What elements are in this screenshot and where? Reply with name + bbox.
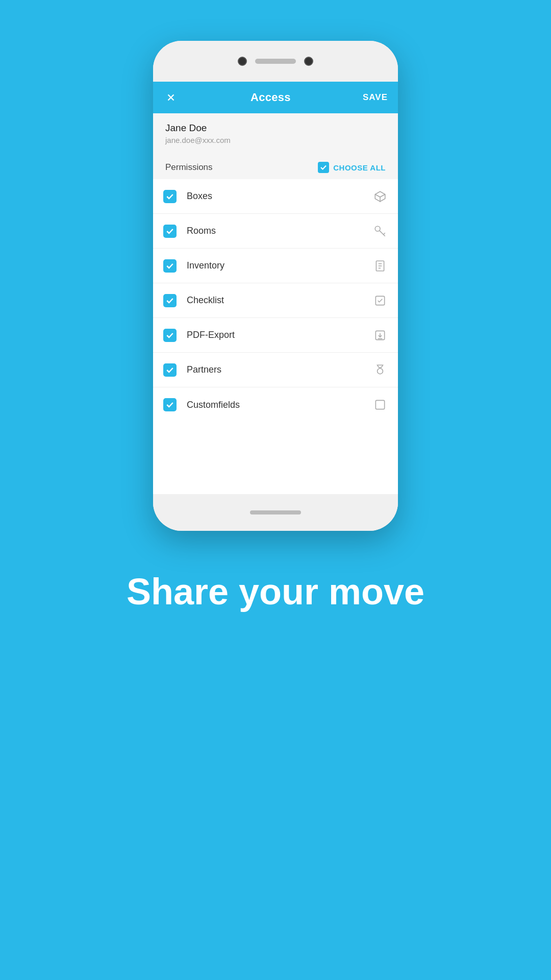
save-button[interactable]: SAVE — [363, 92, 388, 103]
choose-all-label: CHOOSE ALL — [333, 163, 386, 172]
svg-point-14 — [378, 368, 383, 374]
pdf-export-label: PDF-Export — [187, 330, 372, 340]
key-icon — [372, 224, 388, 239]
user-info-section: Jane Doe jane.doe@xxx.com — [153, 113, 398, 154]
list-item: Customfields — [153, 387, 398, 422]
list-icon — [372, 258, 388, 274]
medal-icon — [372, 362, 388, 378]
permissions-list: Boxes — [153, 179, 398, 494]
svg-rect-15 — [375, 400, 384, 409]
list-item: Rooms — [153, 214, 398, 249]
list-item: Boxes — [153, 179, 398, 214]
list-item: Partners — [153, 353, 398, 387]
partners-label: Partners — [187, 364, 372, 375]
permissions-label: Permissions — [165, 162, 213, 173]
user-email: jane.doe@xxx.com — [165, 136, 386, 144]
pdf-export-checkbox[interactable] — [163, 329, 177, 342]
close-button[interactable] — [163, 90, 179, 105]
square-icon — [372, 397, 388, 412]
checklist-icon — [372, 293, 388, 308]
camera-right — [304, 57, 313, 66]
list-item: PDF-Export — [153, 318, 398, 353]
permissions-header: Permissions CHOOSE ALL — [153, 154, 398, 179]
phone-top-bezel — [153, 41, 398, 82]
inventory-checkbox[interactable] — [163, 259, 177, 273]
list-item: Checklist — [153, 283, 398, 318]
phone-speaker — [255, 59, 296, 64]
inventory-label: Inventory — [187, 260, 372, 271]
camera-left — [238, 57, 247, 66]
phone-shell: Access SAVE Jane Doe jane.doe@xxx.com Pe… — [153, 41, 398, 531]
customfields-checkbox[interactable] — [163, 398, 177, 411]
download-icon — [372, 328, 388, 343]
share-move-text: Share your move — [127, 572, 424, 612]
choose-all-button[interactable]: CHOOSE ALL — [318, 162, 386, 173]
list-item: Inventory — [153, 249, 398, 283]
user-name: Jane Doe — [165, 122, 386, 134]
home-bar — [250, 510, 301, 514]
phone-screen: Access SAVE Jane Doe jane.doe@xxx.com Pe… — [153, 82, 398, 494]
bottom-cta-area: Share your move — [96, 572, 455, 612]
checklist-checkbox[interactable] — [163, 294, 177, 307]
boxes-label: Boxes — [187, 191, 372, 202]
svg-line-5 — [384, 233, 385, 234]
rooms-label: Rooms — [187, 226, 372, 236]
box-icon — [372, 189, 388, 204]
app-header: Access SAVE — [153, 82, 398, 113]
boxes-checkbox[interactable] — [163, 190, 177, 203]
customfields-label: Customfields — [187, 400, 372, 410]
checklist-label: Checklist — [187, 295, 372, 306]
page-title: Access — [251, 91, 291, 104]
phone-mockup: Access SAVE Jane Doe jane.doe@xxx.com Pe… — [153, 41, 398, 531]
rooms-checkbox[interactable] — [163, 225, 177, 238]
choose-all-checkbox — [318, 162, 329, 173]
phone-bottom-bezel — [153, 494, 398, 531]
partners-checkbox[interactable] — [163, 363, 177, 377]
